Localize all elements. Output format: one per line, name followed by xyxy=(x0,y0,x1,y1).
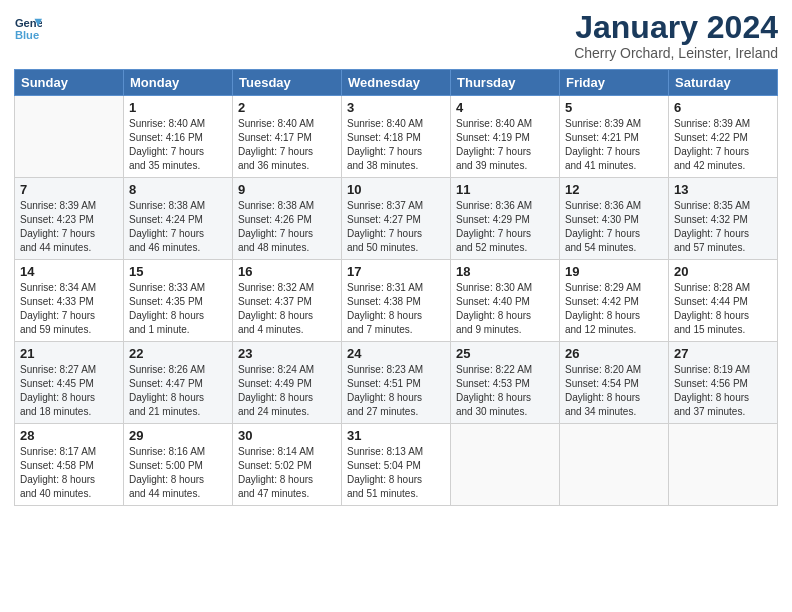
table-row: 16Sunrise: 8:32 AMSunset: 4:37 PMDayligh… xyxy=(233,260,342,342)
logo-icon: General Blue xyxy=(14,14,42,42)
day-number: 3 xyxy=(347,100,445,115)
day-number: 6 xyxy=(674,100,772,115)
table-row: 17Sunrise: 8:31 AMSunset: 4:38 PMDayligh… xyxy=(342,260,451,342)
day-number: 28 xyxy=(20,428,118,443)
day-number: 10 xyxy=(347,182,445,197)
day-info: Sunrise: 8:39 AMSunset: 4:22 PMDaylight:… xyxy=(674,117,772,173)
day-number: 13 xyxy=(674,182,772,197)
day-info: Sunrise: 8:29 AMSunset: 4:42 PMDaylight:… xyxy=(565,281,663,337)
day-info: Sunrise: 8:34 AMSunset: 4:33 PMDaylight:… xyxy=(20,281,118,337)
day-number: 26 xyxy=(565,346,663,361)
day-info: Sunrise: 8:24 AMSunset: 4:49 PMDaylight:… xyxy=(238,363,336,419)
col-saturday: Saturday xyxy=(669,70,778,96)
day-info: Sunrise: 8:22 AMSunset: 4:53 PMDaylight:… xyxy=(456,363,554,419)
table-row: 25Sunrise: 8:22 AMSunset: 4:53 PMDayligh… xyxy=(451,342,560,424)
svg-text:Blue: Blue xyxy=(15,29,39,41)
table-row: 19Sunrise: 8:29 AMSunset: 4:42 PMDayligh… xyxy=(560,260,669,342)
calendar-week-row: 21Sunrise: 8:27 AMSunset: 4:45 PMDayligh… xyxy=(15,342,778,424)
day-number: 8 xyxy=(129,182,227,197)
table-row: 22Sunrise: 8:26 AMSunset: 4:47 PMDayligh… xyxy=(124,342,233,424)
table-row xyxy=(15,96,124,178)
day-info: Sunrise: 8:30 AMSunset: 4:40 PMDaylight:… xyxy=(456,281,554,337)
day-number: 15 xyxy=(129,264,227,279)
day-info: Sunrise: 8:40 AMSunset: 4:16 PMDaylight:… xyxy=(129,117,227,173)
table-row: 5Sunrise: 8:39 AMSunset: 4:21 PMDaylight… xyxy=(560,96,669,178)
day-info: Sunrise: 8:20 AMSunset: 4:54 PMDaylight:… xyxy=(565,363,663,419)
day-info: Sunrise: 8:39 AMSunset: 4:23 PMDaylight:… xyxy=(20,199,118,255)
day-info: Sunrise: 8:33 AMSunset: 4:35 PMDaylight:… xyxy=(129,281,227,337)
day-info: Sunrise: 8:14 AMSunset: 5:02 PMDaylight:… xyxy=(238,445,336,501)
table-row: 8Sunrise: 8:38 AMSunset: 4:24 PMDaylight… xyxy=(124,178,233,260)
day-number: 12 xyxy=(565,182,663,197)
day-info: Sunrise: 8:16 AMSunset: 5:00 PMDaylight:… xyxy=(129,445,227,501)
table-row: 20Sunrise: 8:28 AMSunset: 4:44 PMDayligh… xyxy=(669,260,778,342)
table-row: 14Sunrise: 8:34 AMSunset: 4:33 PMDayligh… xyxy=(15,260,124,342)
day-number: 7 xyxy=(20,182,118,197)
day-number: 30 xyxy=(238,428,336,443)
day-info: Sunrise: 8:40 AMSunset: 4:19 PMDaylight:… xyxy=(456,117,554,173)
calendar-week-row: 7Sunrise: 8:39 AMSunset: 4:23 PMDaylight… xyxy=(15,178,778,260)
day-info: Sunrise: 8:19 AMSunset: 4:56 PMDaylight:… xyxy=(674,363,772,419)
day-number: 27 xyxy=(674,346,772,361)
col-thursday: Thursday xyxy=(451,70,560,96)
day-info: Sunrise: 8:36 AMSunset: 4:30 PMDaylight:… xyxy=(565,199,663,255)
day-number: 4 xyxy=(456,100,554,115)
location: Cherry Orchard, Leinster, Ireland xyxy=(574,45,778,61)
logo: General Blue xyxy=(14,14,44,42)
day-number: 29 xyxy=(129,428,227,443)
day-number: 20 xyxy=(674,264,772,279)
day-info: Sunrise: 8:39 AMSunset: 4:21 PMDaylight:… xyxy=(565,117,663,173)
day-info: Sunrise: 8:37 AMSunset: 4:27 PMDaylight:… xyxy=(347,199,445,255)
table-row: 21Sunrise: 8:27 AMSunset: 4:45 PMDayligh… xyxy=(15,342,124,424)
table-row: 4Sunrise: 8:40 AMSunset: 4:19 PMDaylight… xyxy=(451,96,560,178)
title-area: January 2024 Cherry Orchard, Leinster, I… xyxy=(574,10,778,61)
day-number: 25 xyxy=(456,346,554,361)
day-info: Sunrise: 8:36 AMSunset: 4:29 PMDaylight:… xyxy=(456,199,554,255)
day-number: 17 xyxy=(347,264,445,279)
table-row: 24Sunrise: 8:23 AMSunset: 4:51 PMDayligh… xyxy=(342,342,451,424)
day-info: Sunrise: 8:27 AMSunset: 4:45 PMDaylight:… xyxy=(20,363,118,419)
table-row: 6Sunrise: 8:39 AMSunset: 4:22 PMDaylight… xyxy=(669,96,778,178)
table-row: 27Sunrise: 8:19 AMSunset: 4:56 PMDayligh… xyxy=(669,342,778,424)
table-row: 11Sunrise: 8:36 AMSunset: 4:29 PMDayligh… xyxy=(451,178,560,260)
day-info: Sunrise: 8:17 AMSunset: 4:58 PMDaylight:… xyxy=(20,445,118,501)
header: General Blue January 2024 Cherry Orchard… xyxy=(14,10,778,61)
day-number: 16 xyxy=(238,264,336,279)
day-number: 31 xyxy=(347,428,445,443)
table-row: 12Sunrise: 8:36 AMSunset: 4:30 PMDayligh… xyxy=(560,178,669,260)
day-number: 9 xyxy=(238,182,336,197)
day-number: 1 xyxy=(129,100,227,115)
table-row: 1Sunrise: 8:40 AMSunset: 4:16 PMDaylight… xyxy=(124,96,233,178)
day-number: 2 xyxy=(238,100,336,115)
day-info: Sunrise: 8:32 AMSunset: 4:37 PMDaylight:… xyxy=(238,281,336,337)
col-friday: Friday xyxy=(560,70,669,96)
day-info: Sunrise: 8:40 AMSunset: 4:18 PMDaylight:… xyxy=(347,117,445,173)
table-row xyxy=(669,424,778,506)
day-number: 21 xyxy=(20,346,118,361)
day-info: Sunrise: 8:26 AMSunset: 4:47 PMDaylight:… xyxy=(129,363,227,419)
col-monday: Monday xyxy=(124,70,233,96)
table-row: 13Sunrise: 8:35 AMSunset: 4:32 PMDayligh… xyxy=(669,178,778,260)
day-number: 5 xyxy=(565,100,663,115)
day-info: Sunrise: 8:38 AMSunset: 4:24 PMDaylight:… xyxy=(129,199,227,255)
calendar-week-row: 28Sunrise: 8:17 AMSunset: 4:58 PMDayligh… xyxy=(15,424,778,506)
table-row: 31Sunrise: 8:13 AMSunset: 5:04 PMDayligh… xyxy=(342,424,451,506)
day-number: 18 xyxy=(456,264,554,279)
day-number: 19 xyxy=(565,264,663,279)
day-number: 24 xyxy=(347,346,445,361)
table-row: 7Sunrise: 8:39 AMSunset: 4:23 PMDaylight… xyxy=(15,178,124,260)
table-row: 15Sunrise: 8:33 AMSunset: 4:35 PMDayligh… xyxy=(124,260,233,342)
calendar-week-row: 14Sunrise: 8:34 AMSunset: 4:33 PMDayligh… xyxy=(15,260,778,342)
day-number: 22 xyxy=(129,346,227,361)
col-sunday: Sunday xyxy=(15,70,124,96)
table-row: 28Sunrise: 8:17 AMSunset: 4:58 PMDayligh… xyxy=(15,424,124,506)
table-row: 3Sunrise: 8:40 AMSunset: 4:18 PMDaylight… xyxy=(342,96,451,178)
table-row: 23Sunrise: 8:24 AMSunset: 4:49 PMDayligh… xyxy=(233,342,342,424)
day-info: Sunrise: 8:35 AMSunset: 4:32 PMDaylight:… xyxy=(674,199,772,255)
day-number: 14 xyxy=(20,264,118,279)
table-row: 2Sunrise: 8:40 AMSunset: 4:17 PMDaylight… xyxy=(233,96,342,178)
day-info: Sunrise: 8:13 AMSunset: 5:04 PMDaylight:… xyxy=(347,445,445,501)
main-container: General Blue January 2024 Cherry Orchard… xyxy=(0,0,792,516)
table-row: 26Sunrise: 8:20 AMSunset: 4:54 PMDayligh… xyxy=(560,342,669,424)
day-number: 23 xyxy=(238,346,336,361)
